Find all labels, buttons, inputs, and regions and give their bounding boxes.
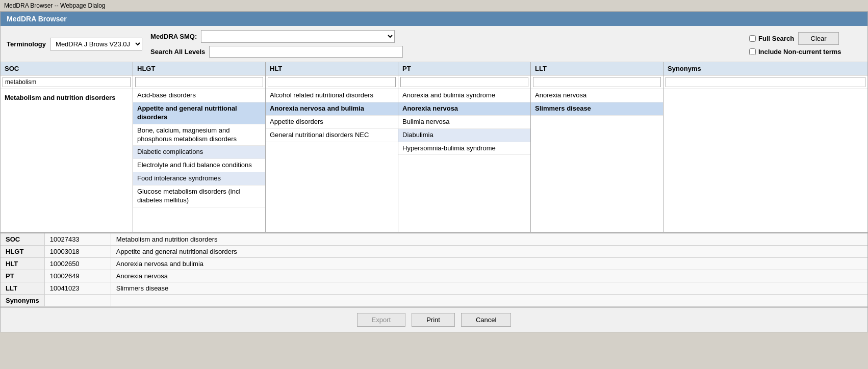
- soc-column: Metabolism and nutrition disorders: [1, 89, 133, 232]
- dialog-title: MedDRA Browser: [7, 15, 67, 23]
- llt-column: Anorexia nervosa Slimmers disease: [531, 89, 663, 232]
- search-all-row: Search All Levels: [150, 46, 741, 58]
- llt-filter-input[interactable]: [533, 77, 661, 87]
- filter-hlt: [266, 75, 398, 89]
- footer: Export Print Cancel: [1, 307, 867, 332]
- detail-label: Synonyms: [1, 295, 44, 307]
- detail-label: PT: [1, 270, 44, 282]
- detail-code: 10041023: [44, 282, 111, 295]
- list-item[interactable]: Food intolerance syndromes: [133, 172, 265, 186]
- table-row: HLT 10002650 Anorexia nervosa and bulimi…: [1, 258, 867, 270]
- window-title: MedDRA Browser -- Webpage Dialog: [4, 2, 106, 9]
- synonyms-filter-input[interactable]: [666, 77, 865, 87]
- grid-headers: SOC HLGT HLT PT LLT Synonyms: [1, 62, 867, 75]
- col-header-soc: SOC: [1, 62, 133, 75]
- list-item[interactable]: Diabulimia: [398, 129, 530, 142]
- table-row: PT 10002649 Anorexia nervosa: [1, 270, 867, 282]
- detail-name: Appetite and general nutritional disorde…: [111, 246, 867, 258]
- detail-code: [44, 295, 111, 307]
- list-item[interactable]: Bulimia nervosa: [398, 116, 530, 129]
- toolbar-left: Terminology MedDRA J Brows V23.0J: [7, 38, 142, 50]
- full-search-row: Full Search Clear: [749, 32, 861, 45]
- detail-name: Anorexia nervosa: [111, 270, 867, 282]
- hlt-filter-input[interactable]: [268, 77, 396, 87]
- list-item[interactable]: Acid-base disorders: [133, 89, 265, 102]
- grid-section: SOC HLGT HLT PT LLT Synonyms: [1, 62, 867, 232]
- list-item[interactable]: Bone, calcium, magnesium and phosphorus …: [133, 124, 265, 146]
- list-item[interactable]: Anorexia nervosa: [398, 102, 530, 116]
- detail-name: Metabolism and nutrition disorders: [111, 233, 867, 246]
- cancel-button[interactable]: Cancel: [461, 313, 511, 327]
- filter-pt: [398, 75, 531, 89]
- hlgt-filter-input[interactable]: [135, 77, 263, 87]
- col-header-synonyms: Synonyms: [663, 62, 867, 75]
- detail-code: 10027433: [44, 233, 111, 246]
- filter-llt: [531, 75, 663, 89]
- grid-body: Metabolism and nutrition disorders Acid-…: [1, 89, 867, 232]
- table-row: SOC 10027433 Metabolism and nutrition di…: [1, 233, 867, 246]
- terminology-select[interactable]: MedDRA J Brows V23.0J: [50, 38, 142, 50]
- col-header-hlt: HLT: [266, 62, 398, 75]
- col-header-pt: PT: [398, 62, 531, 75]
- detail-name: Slimmers disease: [111, 282, 867, 295]
- smq-row: MedDRA SMQ:: [150, 30, 741, 43]
- detail-code: 10002650: [44, 258, 111, 270]
- smq-select[interactable]: [201, 30, 395, 43]
- list-item[interactable]: Anorexia nervosa: [531, 89, 663, 102]
- detail-code: 10003018: [44, 246, 111, 258]
- list-item[interactable]: Alcohol related nutritional disorders: [266, 89, 398, 102]
- include-non-current-checkbox[interactable]: [749, 48, 756, 55]
- list-item[interactable]: Electrolyte and fluid balance conditions: [133, 159, 265, 172]
- synonyms-column: [663, 89, 867, 232]
- list-item[interactable]: Appetite and general nutritional disorde…: [133, 102, 265, 124]
- list-item[interactable]: Slimmers disease: [531, 102, 663, 116]
- soc-value[interactable]: Metabolism and nutrition disorders: [1, 89, 133, 107]
- detail-label: HLGT: [1, 246, 44, 258]
- full-search-checkbox[interactable]: [749, 35, 756, 42]
- clear-button[interactable]: Clear: [798, 32, 839, 45]
- list-item[interactable]: Glucose metabolism disorders (incl diabe…: [133, 186, 265, 207]
- detail-code: 10002649: [44, 270, 111, 282]
- list-item[interactable]: Hypersomnia-bulimia syndrome: [398, 142, 530, 155]
- title-bar: MedDRA Browser -- Webpage Dialog: [0, 0, 868, 11]
- soc-filter-input[interactable]: [3, 77, 131, 87]
- table-row: LLT 10041023 Slimmers disease: [1, 282, 867, 295]
- details-table: SOC 10027433 Metabolism and nutrition di…: [1, 233, 867, 307]
- hlgt-column: Acid-base disorders Appetite and general…: [133, 89, 266, 232]
- include-non-current-row: Include Non-current terms: [749, 48, 861, 56]
- toolbar-center: MedDRA SMQ: Search All Levels: [150, 30, 741, 58]
- toolbar: Terminology MedDRA J Brows V23.0J MedDRA…: [1, 26, 867, 62]
- list-item[interactable]: Diabetic complications: [133, 146, 265, 159]
- list-item[interactable]: Anorexia and bulimia syndrome: [398, 89, 530, 102]
- col-header-llt: LLT: [531, 62, 663, 75]
- filter-hlgt: [133, 75, 266, 89]
- export-button[interactable]: Export: [357, 313, 406, 327]
- detail-name: Anorexia nervosa and bulimia: [111, 258, 867, 270]
- detail-label: HLT: [1, 258, 44, 270]
- pt-column: Anorexia and bulimia syndrome Anorexia n…: [398, 89, 531, 232]
- table-row: Synonyms: [1, 295, 867, 307]
- include-non-current-label[interactable]: Include Non-current terms: [749, 48, 841, 56]
- filter-synonyms: [663, 75, 867, 89]
- grid-filters: [1, 75, 867, 89]
- terminology-label: Terminology: [7, 40, 46, 48]
- pt-filter-input[interactable]: [400, 77, 528, 87]
- detail-label: SOC: [1, 233, 44, 246]
- search-all-label: Search All Levels: [150, 48, 205, 56]
- full-search-label: Full Search: [758, 35, 794, 42]
- dialog: MedDRA Browser Terminology MedDRA J Brow…: [0, 11, 868, 332]
- detail-name: [111, 295, 867, 307]
- col-header-hlgt: HLGT: [133, 62, 266, 75]
- search-all-input[interactable]: [209, 46, 403, 58]
- full-search-checkbox-label[interactable]: Full Search: [749, 35, 794, 42]
- detail-label: LLT: [1, 282, 44, 295]
- list-item[interactable]: Appetite disorders: [266, 116, 398, 129]
- dialog-header: MedDRA Browser: [1, 12, 867, 26]
- filter-soc: [1, 75, 133, 89]
- table-row: HLGT 10003018 Appetite and general nutri…: [1, 246, 867, 258]
- print-button[interactable]: Print: [412, 313, 455, 327]
- list-item[interactable]: Anorexia nervosa and bulimia: [266, 102, 398, 116]
- include-non-current-text: Include Non-current terms: [758, 48, 841, 56]
- toolbar-right: Full Search Clear Include Non-current te…: [749, 32, 861, 56]
- list-item[interactable]: General nutritional disorders NEC: [266, 129, 398, 142]
